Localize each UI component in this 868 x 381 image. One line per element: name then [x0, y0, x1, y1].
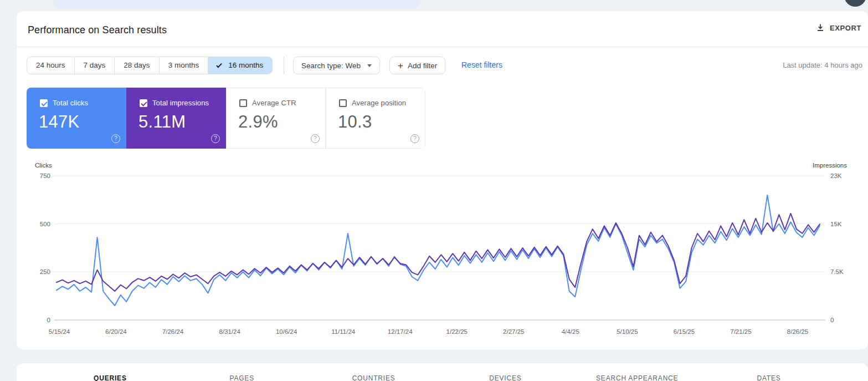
search-type-dropdown[interactable]: Search type: Web — [293, 57, 380, 74]
date-range-label: 16 months — [228, 57, 263, 74]
tab-countries[interactable]: COUNTRIES — [308, 374, 440, 381]
svg-text:8/26/25: 8/26/25 — [787, 328, 808, 335]
date-range-16-months[interactable]: 16 months — [208, 57, 272, 74]
metric-value: 10.3 — [338, 112, 372, 132]
tab-search-appearance[interactable]: SEARCH APPEARANCE — [571, 374, 703, 381]
svg-text:5/15/24: 5/15/24 — [49, 328, 70, 335]
dimension-tabs: QUERIES PAGES COUNTRIES DEVICES SEARCH A… — [17, 363, 868, 381]
average-ctr-card[interactable]: Average CTR 2.9% ? — [226, 88, 326, 149]
total-clicks-card[interactable]: Total clicks 147K ? — [27, 88, 126, 149]
metric-value: 2.9% — [238, 112, 278, 132]
svg-text:10/6/24: 10/6/24 — [276, 328, 297, 335]
date-range-group: 24 hours 7 days 28 days 3 months 16 mont… — [27, 57, 273, 74]
date-range-28-days[interactable]: 28 days — [114, 57, 158, 74]
metric-value: 147K — [39, 112, 80, 132]
date-range-label: 24 hours — [36, 57, 65, 74]
date-range-label: 28 days — [124, 57, 150, 74]
svg-text:0: 0 — [47, 317, 50, 323]
date-range-label: 7 days — [84, 57, 106, 74]
filter-row: 24 hours 7 days 28 days 3 months 16 mont… — [27, 57, 862, 74]
export-button[interactable]: EXPORT — [816, 23, 861, 32]
avatar[interactable] — [844, 0, 866, 7]
svg-text:15K: 15K — [830, 221, 842, 227]
total-impressions-card[interactable]: Total impressions 5.11M ? — [126, 88, 226, 149]
plus-icon: + — [398, 61, 403, 70]
svg-text:0: 0 — [830, 317, 834, 323]
dimensions-card: QUERIES PAGES COUNTRIES DEVICES SEARCH A… — [17, 363, 868, 381]
tab-dates[interactable]: DATES — [703, 374, 835, 381]
metric-label: Average CTR — [252, 99, 296, 107]
svg-text:2/27/25: 2/27/25 — [503, 328, 524, 335]
last-update-text: Last update: 4 hours ago — [783, 61, 862, 69]
add-filter-label: Add filter — [408, 62, 437, 70]
metric-value: 5.11M — [138, 112, 186, 132]
help-icon[interactable]: ? — [111, 134, 120, 143]
reset-filters-link[interactable]: Reset filters — [461, 60, 502, 69]
date-range-label: 3 months — [168, 57, 199, 74]
search-input[interactable] — [53, 0, 421, 9]
svg-text:6/20/24: 6/20/24 — [105, 328, 127, 335]
svg-text:23K: 23K — [830, 172, 842, 179]
download-icon — [816, 23, 825, 32]
svg-text:8/31/24: 8/31/24 — [219, 328, 240, 335]
svg-text:500: 500 — [40, 221, 50, 227]
performance-chart[interactable]: 75023K50015K2507.5K005/15/246/20/247/26/… — [17, 166, 868, 347]
tab-queries[interactable]: QUERIES — [44, 374, 176, 381]
check-icon — [216, 62, 222, 68]
average-position-card[interactable]: Average position 10.3 ? — [326, 88, 425, 149]
svg-text:6/15/25: 6/15/25 — [674, 328, 695, 335]
date-range-3-months[interactable]: 3 months — [159, 57, 208, 74]
checkbox[interactable] — [140, 99, 147, 107]
svg-text:750: 750 — [40, 172, 50, 179]
date-range-7-days[interactable]: 7 days — [74, 57, 115, 74]
svg-text:7/26/24: 7/26/24 — [162, 328, 184, 335]
help-icon[interactable]: ? — [410, 134, 419, 143]
metrics-row: Total clicks 147K ? Total impressions 5.… — [27, 88, 425, 149]
svg-text:1/22/25: 1/22/25 — [446, 328, 468, 335]
svg-text:12/17/24: 12/17/24 — [388, 328, 413, 335]
divider — [17, 47, 868, 47]
svg-text:11/11/24: 11/11/24 — [331, 328, 356, 335]
metric-label: Average position — [352, 99, 406, 107]
checkbox[interactable] — [239, 99, 247, 107]
divider — [284, 57, 284, 74]
date-range-24-hours[interactable]: 24 hours — [27, 57, 74, 74]
metric-label: Total clicks — [53, 99, 88, 107]
svg-text:250: 250 — [40, 268, 50, 275]
chevron-down-icon — [367, 64, 372, 67]
performance-card: Performance on Search results EXPORT 24 … — [17, 11, 868, 349]
checkbox[interactable] — [40, 99, 48, 107]
search-type-label: Search type: Web — [301, 62, 361, 70]
export-label: EXPORT — [830, 24, 861, 32]
help-icon[interactable]: ? — [211, 134, 220, 143]
svg-text:7/21/25: 7/21/25 — [730, 328, 751, 335]
tab-devices[interactable]: DEVICES — [439, 374, 571, 381]
tab-pages[interactable]: PAGES — [176, 374, 308, 381]
add-filter-button[interactable]: + Add filter — [389, 57, 445, 74]
help-icon[interactable]: ? — [311, 134, 320, 143]
svg-text:7.5K: 7.5K — [830, 268, 844, 275]
svg-text:4/4/25: 4/4/25 — [562, 328, 579, 335]
page-title: Performance on Search results — [28, 24, 167, 36]
svg-text:5/10/25: 5/10/25 — [617, 328, 638, 335]
checkbox[interactable] — [339, 99, 347, 107]
metric-label: Total impressions — [152, 99, 209, 107]
